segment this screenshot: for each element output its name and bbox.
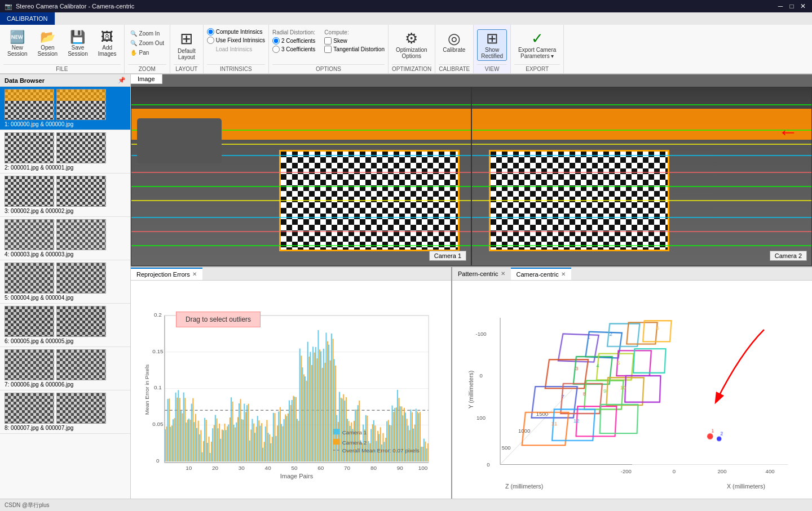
- svg-rect-87: [261, 423, 262, 461]
- zoom-group-label: ZOOM: [128, 64, 166, 73]
- calibrate-button[interactable]: ◎ Calibrate: [439, 29, 469, 55]
- svg-rect-31: [187, 420, 188, 461]
- svg-text:1: 1: [587, 334, 590, 340]
- svg-rect-38: [196, 428, 197, 461]
- open-session-button[interactable]: 📂 OpenSession: [34, 29, 62, 59]
- sidebar-pin-icon[interactable]: 📌: [118, 77, 126, 84]
- sidebar-item-3[interactable]: 3: 000002.jpg & 000002.jpg: [0, 174, 130, 217]
- svg-text:7: 7: [562, 393, 564, 399]
- pan-button[interactable]: ✋ Pan: [128, 48, 152, 57]
- ribbon-group-intrinsics: Compute Intrinsics Use Fixed Intrinsics …: [204, 25, 269, 73]
- svg-rect-100: [278, 411, 279, 461]
- close-reprojection-tab[interactable]: ✕: [192, 271, 197, 277]
- svg-point-282: [717, 436, 722, 441]
- bottom-panels: Reprojection Errors ✕ Drag to select out…: [131, 266, 812, 499]
- svg-rect-92: [267, 433, 268, 461]
- svg-rect-182: [386, 421, 387, 461]
- ribbon-group-options: Radial Distortion: 2 Coefficients 3 Coef…: [269, 25, 389, 73]
- view-group-label: VIEW: [477, 64, 507, 73]
- maximize-btn[interactable]: □: [787, 2, 796, 10]
- svg-rect-277: [576, 406, 617, 436]
- svg-rect-135: [324, 363, 325, 461]
- svg-rect-187: [393, 412, 394, 461]
- load-intrinsics-button[interactable]: Load Intrinsics: [214, 45, 265, 54]
- svg-rect-207: [420, 412, 421, 461]
- zoom-in-button[interactable]: 🔍 Zoom In: [128, 29, 162, 38]
- compute-intrinsics-radio[interactable]: Compute Intrinsics: [207, 28, 265, 35]
- add-images-button[interactable]: 🖼 AddImages: [94, 29, 121, 59]
- svg-rect-114: [297, 419, 298, 462]
- minimize-btn[interactable]: ─: [776, 2, 785, 10]
- svg-rect-110: [292, 400, 293, 461]
- svg-text:0: 0: [479, 372, 482, 379]
- sidebar-item-label-5: 5: 000004.jpg & 000004.jpg: [5, 295, 126, 301]
- close-pattern-centric[interactable]: ✕: [501, 270, 505, 277]
- svg-rect-81: [253, 423, 254, 461]
- app-icon: 📷: [5, 3, 12, 10]
- export-group-label: EXPORT: [514, 64, 560, 73]
- reprojection-chart-area: Drag to select outliers 0.2 0.15 0.1 0.0…: [131, 281, 451, 499]
- svg-rect-63: [230, 417, 231, 461]
- sidebar-item-4[interactable]: 4: 000003.jpg & 000003.jpg: [0, 217, 130, 260]
- sidebar-item-1[interactable]: 1: 000000.jpg & 000000.jpg: [0, 87, 130, 130]
- svg-rect-199: [409, 430, 410, 461]
- skew-checkbox[interactable]: Skew: [324, 37, 385, 45]
- camera2-label: Camera 2: [770, 251, 807, 261]
- svg-rect-211: [425, 442, 426, 461]
- svg-rect-140: [331, 334, 332, 461]
- tangential-distortion-checkbox[interactable]: Tangential Distortion: [324, 46, 385, 53]
- zoom-in-icon: 🔍: [130, 30, 137, 37]
- optimization-options-button[interactable]: ⚙ OptimizationOptions: [392, 29, 431, 61]
- save-session-button[interactable]: 💾 SaveSession: [64, 29, 92, 59]
- svg-rect-40: [199, 434, 200, 461]
- tab-camera-centric[interactable]: Camera-centric ✕: [511, 268, 571, 280]
- img-thumb-5a: [5, 263, 54, 294]
- svg-text:100: 100: [476, 415, 486, 421]
- pattern-centric-label: Pattern-centric: [458, 270, 498, 277]
- svg-text:0.1: 0.1: [154, 385, 162, 391]
- svg-rect-41: [200, 430, 201, 461]
- tab-pattern-centric[interactable]: Pattern-centric ✕: [452, 268, 511, 279]
- sidebar-item-8[interactable]: 8: 000007.jpg & 000007.jpg: [0, 390, 130, 434]
- ribbon-tab-calibration[interactable]: CALIBRATION: [0, 12, 55, 25]
- svg-text:0: 0: [487, 461, 489, 468]
- fixed-intrinsics-radio[interactable]: Use Fixed Intrinsics: [207, 37, 265, 44]
- sidebar-item-7[interactable]: 7: 000006.jpg & 000006.jpg: [0, 347, 130, 390]
- svg-text:0: 0: [673, 468, 676, 474]
- svg-text:30: 30: [239, 465, 245, 471]
- calibrate-icon: ◎: [448, 31, 461, 46]
- close-btn[interactable]: ✕: [798, 2, 807, 10]
- sidebar-item-5[interactable]: 5: 000004.jpg & 000004.jpg: [0, 260, 130, 304]
- two-coefficients-radio[interactable]: 2 Coefficients: [272, 37, 315, 45]
- svg-rect-94: [270, 443, 271, 461]
- sidebar-item-2[interactable]: 2: 000001.jpg & 000001.jpg: [0, 130, 130, 174]
- svg-rect-129: [316, 358, 317, 461]
- svg-rect-48: [209, 453, 210, 461]
- tab-reprojection-errors[interactable]: Reprojection Errors ✕: [131, 268, 202, 280]
- svg-text:500: 500: [502, 445, 511, 451]
- show-rectified-button[interactable]: ⊞ ShowRectified: [477, 29, 507, 61]
- radial-distortion-label: Radial Distortion:: [272, 29, 315, 35]
- sidebar-scroll[interactable]: 1: 000000.jpg & 000000.jpg 2: 000001.jpg…: [0, 87, 130, 499]
- close-camera-centric[interactable]: ✕: [561, 271, 566, 277]
- panel-tabs-3d: Pattern-centric ✕ Camera-centric ✕: [452, 267, 812, 281]
- img-thumb-4b: [56, 219, 106, 250]
- sidebar-item-6[interactable]: 6: 000005.jpg & 000005.jpg: [0, 304, 130, 347]
- svg-rect-26: [180, 411, 182, 461]
- three-coefficients-radio[interactable]: 3 Coefficients: [272, 46, 315, 53]
- default-layout-button[interactable]: ⊞ DefaultLayout: [174, 29, 200, 62]
- svg-rect-68: [236, 423, 237, 461]
- zoom-out-button[interactable]: 🔍 Zoom Out: [128, 39, 166, 47]
- svg-rect-37: [195, 414, 196, 461]
- new-session-button[interactable]: 🆕 NewSession: [3, 29, 32, 59]
- svg-rect-139: [330, 361, 331, 461]
- img-thumb-6a: [5, 306, 54, 337]
- image-panel-tab[interactable]: Image: [131, 74, 162, 84]
- sidebar-item-label-3: 3: 000002.jpg & 000002.jpg: [5, 208, 126, 214]
- export-camera-params-button[interactable]: ✓ Export CameraParameters ▾: [514, 29, 560, 61]
- camera1-label: Camera 1: [429, 251, 466, 261]
- svg-text:0.15: 0.15: [152, 348, 164, 354]
- file-group-label: FILE: [3, 64, 121, 73]
- ribbon-group-zoom: 🔍 Zoom In 🔍 Zoom Out ✋ Pan ZOOM: [125, 25, 170, 73]
- content-area: Image: [131, 74, 812, 499]
